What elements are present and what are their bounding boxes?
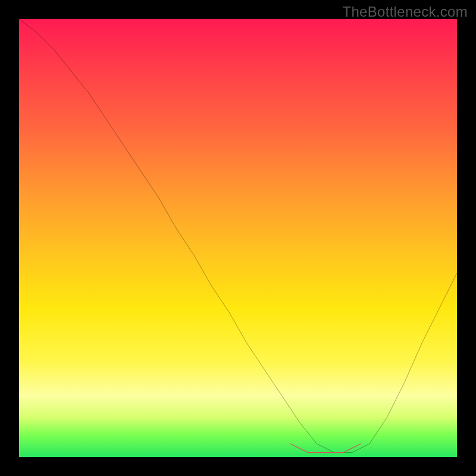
chart-frame: TheBottleneck.com — [0, 0, 476, 476]
watermark-text: TheBottleneck.com — [342, 4, 468, 20]
minimum-highlight — [19, 19, 457, 457]
plot-area — [19, 19, 457, 457]
